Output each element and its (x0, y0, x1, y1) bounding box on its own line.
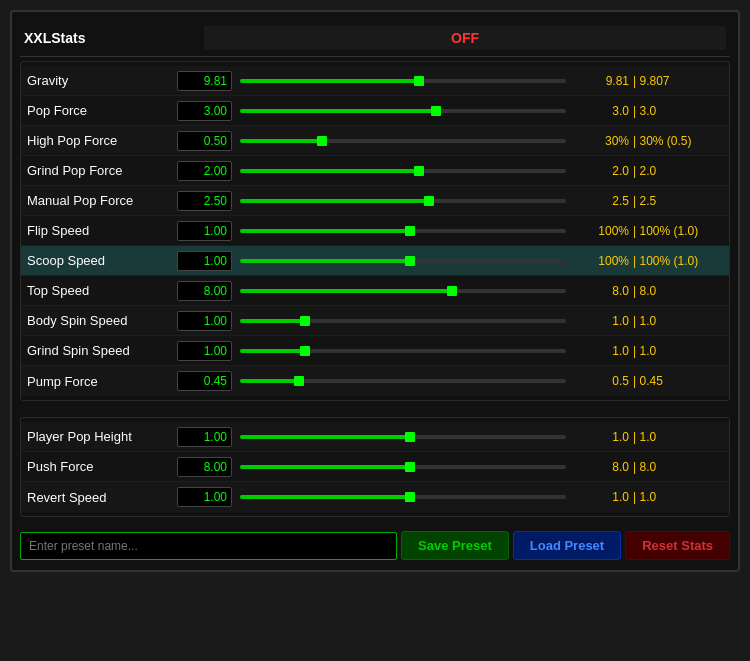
stat-label: Top Speed (27, 283, 177, 298)
slider-thumb[interactable] (405, 462, 415, 472)
preset-name-input[interactable] (20, 532, 397, 560)
load-preset-button[interactable]: Load Preset (513, 531, 621, 560)
slider-thumb[interactable] (300, 316, 310, 326)
stat-default-value: | 30% (0.5) (633, 134, 723, 148)
slider-track (240, 169, 566, 173)
stat-value-input[interactable] (177, 341, 232, 361)
section-main: Gravity9.81| 9.807Pop Force3.0| 3.0High … (20, 61, 730, 401)
stat-value-input[interactable] (177, 161, 232, 181)
slider-fill (240, 495, 410, 499)
stat-default-value: | 1.0 (633, 314, 723, 328)
stat-row: Scoop Speed100%| 100% (1.0) (21, 246, 729, 276)
slider-fill (240, 435, 410, 439)
stat-label: Manual Pop Force (27, 193, 177, 208)
stat-display-value: 1.0 (574, 490, 629, 504)
stat-value-input[interactable] (177, 221, 232, 241)
header-row: XXLStats OFF (20, 20, 730, 57)
slider-thumb[interactable] (405, 492, 415, 502)
save-preset-button[interactable]: Save Preset (401, 531, 509, 560)
stat-row: Gravity9.81| 9.807 (21, 66, 729, 96)
slider-container[interactable] (240, 343, 566, 359)
stat-default-value: | 1.0 (633, 490, 723, 504)
slider-container[interactable] (240, 73, 566, 89)
stat-label: Push Force (27, 459, 177, 474)
stat-row: Grind Pop Force2.0| 2.0 (21, 156, 729, 186)
slider-fill (240, 319, 305, 323)
slider-container[interactable] (240, 283, 566, 299)
stat-label: Grind Spin Speed (27, 343, 177, 358)
slider-thumb[interactable] (405, 256, 415, 266)
slider-fill (240, 199, 429, 203)
slider-track (240, 199, 566, 203)
slider-track (240, 495, 566, 499)
slider-fill (240, 259, 410, 263)
slider-thumb[interactable] (431, 106, 441, 116)
slider-fill (240, 79, 419, 83)
stat-label: Flip Speed (27, 223, 177, 238)
slider-container[interactable] (240, 489, 566, 505)
stat-value-input[interactable] (177, 191, 232, 211)
slider-container[interactable] (240, 459, 566, 475)
stat-value-input[interactable] (177, 311, 232, 331)
stat-row: Player Pop Height1.0| 1.0 (21, 422, 729, 452)
stat-row: Manual Pop Force2.5| 2.5 (21, 186, 729, 216)
stat-value-input[interactable] (177, 371, 232, 391)
stat-display-value: 0.5 (574, 374, 629, 388)
slider-container[interactable] (240, 253, 566, 269)
stat-default-value: | 1.0 (633, 344, 723, 358)
slider-thumb[interactable] (300, 346, 310, 356)
slider-container[interactable] (240, 313, 566, 329)
stat-default-value: | 2.0 (633, 164, 723, 178)
section-player: Player Pop Height1.0| 1.0Push Force8.0| … (20, 417, 730, 517)
stat-label: Gravity (27, 73, 177, 88)
slider-track (240, 465, 566, 469)
stat-default-value: | 0.45 (633, 374, 723, 388)
slider-fill (240, 109, 436, 113)
stat-value-input[interactable] (177, 487, 232, 507)
stat-value-input[interactable] (177, 251, 232, 271)
slider-track (240, 379, 566, 383)
stat-value-input[interactable] (177, 281, 232, 301)
slider-fill (240, 379, 299, 383)
slider-container[interactable] (240, 133, 566, 149)
stat-label: High Pop Force (27, 133, 177, 148)
slider-track (240, 79, 566, 83)
slider-thumb[interactable] (405, 432, 415, 442)
stat-display-value: 2.0 (574, 164, 629, 178)
slider-thumb[interactable] (414, 76, 424, 86)
stat-row: Body Spin Speed1.0| 1.0 (21, 306, 729, 336)
stat-value-input[interactable] (177, 71, 232, 91)
stat-value-input[interactable] (177, 131, 232, 151)
slider-track (240, 259, 566, 263)
slider-thumb[interactable] (405, 226, 415, 236)
slider-fill (240, 229, 410, 233)
slider-thumb[interactable] (447, 286, 457, 296)
slider-container[interactable] (240, 429, 566, 445)
slider-thumb[interactable] (294, 376, 304, 386)
stat-value-input[interactable] (177, 101, 232, 121)
slider-container[interactable] (240, 163, 566, 179)
slider-container[interactable] (240, 373, 566, 389)
reset-stats-button[interactable]: Reset Stats (625, 531, 730, 560)
stat-row: Top Speed8.0| 8.0 (21, 276, 729, 306)
slider-track (240, 435, 566, 439)
slider-thumb[interactable] (414, 166, 424, 176)
stat-label: Grind Pop Force (27, 163, 177, 178)
slider-track (240, 319, 566, 323)
stat-row: Pump Force0.5| 0.45 (21, 366, 729, 396)
slider-thumb[interactable] (317, 136, 327, 146)
stat-row: High Pop Force30%| 30% (0.5) (21, 126, 729, 156)
stat-value-input[interactable] (177, 427, 232, 447)
stat-default-value: | 100% (1.0) (633, 254, 723, 268)
stat-default-value: | 1.0 (633, 430, 723, 444)
slider-thumb[interactable] (424, 196, 434, 206)
slider-track (240, 229, 566, 233)
stat-row: Grind Spin Speed1.0| 1.0 (21, 336, 729, 366)
slider-container[interactable] (240, 193, 566, 209)
slider-container[interactable] (240, 223, 566, 239)
slider-fill (240, 349, 305, 353)
app-title: XXLStats (24, 30, 204, 46)
stat-row: Revert Speed1.0| 1.0 (21, 482, 729, 512)
slider-container[interactable] (240, 103, 566, 119)
stat-value-input[interactable] (177, 457, 232, 477)
